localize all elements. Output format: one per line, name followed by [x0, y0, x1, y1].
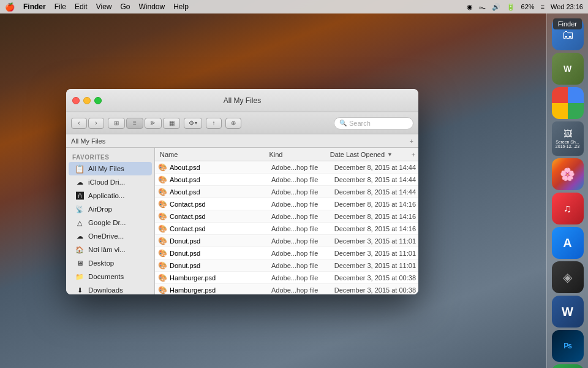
file-list-header: Name Kind Date Last Opened ▼ + [155, 148, 418, 161]
menu-go[interactable]: Go [121, 2, 130, 11]
dock-word[interactable]: W [552, 296, 584, 328]
table-row[interactable]: 🎨 Contact.psd Adobe...hop file December … [155, 198, 418, 210]
sidebar-item-onedrive[interactable]: ☁ OneDrive... [69, 229, 152, 243]
file-name: About.psd [170, 164, 200, 171]
table-row[interactable]: 🎨 Donut.psd Adobe...hop file December 3,… [155, 247, 418, 259]
dock-photos[interactable]: 🌸 [552, 158, 584, 190]
sidebar-item-downloads[interactable]: ⬇ Downloads [69, 283, 152, 294]
menu-view[interactable]: View [96, 2, 112, 11]
battery-pct: 62% [521, 3, 535, 10]
screenshot-label: Screen Sh...2016-12...23 [556, 140, 579, 148]
file-kind: Adobe...hop file [269, 250, 332, 257]
menu-help[interactable]: Help [173, 2, 189, 11]
table-row[interactable]: 🎨 Contact.psd Adobe...hop file December … [155, 210, 418, 223]
menu-edit[interactable]: Edit [75, 2, 88, 11]
col-kind-header[interactable]: Kind [266, 151, 327, 158]
file-kind: Adobe...hop file [269, 225, 332, 232]
table-row[interactable]: 🎨 Donut.psd Adobe...hop file December 3,… [155, 259, 418, 272]
table-row[interactable]: 🎨 About.psd Adobe...hop file December 8,… [155, 161, 418, 174]
google-drive-icon: △ [75, 218, 85, 228]
file-icon: 🎨 [157, 175, 167, 185]
file-date: December 3, 2015 at 11:01 [332, 262, 418, 269]
sidebar: Favorites 📋 All My Files ☁ iCloud Dri...… [66, 148, 155, 294]
file-kind: Adobe...hop file [269, 213, 332, 220]
col-date-header[interactable]: Date Last Opened ▼ [328, 151, 409, 158]
file-rows-container: 🎨 About.psd Adobe...hop file December 8,… [155, 161, 418, 294]
file-name: Donut.psd [170, 237, 200, 245]
sidebar-item-noi-lam-viec[interactable]: 🏠 Nơi làm vi... [69, 243, 152, 256]
close-button[interactable] [72, 97, 80, 104]
volume-icon: 🔊 [492, 3, 500, 11]
column-view-btn[interactable]: ⫸ [145, 118, 162, 129]
table-row[interactable]: 🎨 About.psd Adobe...hop file December 8,… [155, 174, 418, 186]
table-row[interactable]: 🎨 Contact.psd Adobe...hop file December … [155, 223, 418, 235]
apple-menu[interactable]: 🍎 [5, 2, 15, 12]
sidebar-item-airdrop[interactable]: 📡 AirDrop [69, 202, 152, 216]
table-row[interactable]: 🎨 Donut.psd Adobe...hop file December 3,… [155, 235, 418, 247]
file-date: December 3, 2015 at 11:01 [332, 237, 418, 245]
dock: 🗂 W 🖼 Screen Sh...2016-12...23 🌸 ♫ A ◈ W [546, 13, 588, 368]
airdrop-icon: 📡 [75, 204, 85, 214]
file-icon: 🎨 [157, 285, 167, 295]
table-row[interactable]: 🎨 About.psd Adobe...hop file December 8,… [155, 186, 418, 198]
menu-finder[interactable]: Finder [23, 2, 46, 11]
menu-window[interactable]: Window [139, 2, 165, 11]
col-plus-btn[interactable]: + [409, 151, 418, 158]
sidebar-item-google-drive[interactable]: △ Google Dr... [69, 216, 152, 229]
file-icon: 🎨 [157, 236, 167, 246]
sidebar-item-icloud-drive[interactable]: ☁ iCloud Dri... [69, 175, 152, 189]
dock-music[interactable]: ♫ [552, 193, 584, 224]
file-date: December 8, 2015 at 14:44 [332, 188, 418, 196]
search-box[interactable]: 🔍 Search [334, 117, 413, 129]
file-kind: Adobe...hop file [269, 164, 332, 171]
file-icon: 🎨 [157, 212, 167, 221]
minimize-button[interactable] [83, 97, 91, 104]
list-view-btn[interactable]: ≡ [126, 118, 143, 129]
desktop-icon: 🖥 [75, 258, 85, 268]
dock-photoshop[interactable]: Ps [552, 330, 584, 362]
add-btn[interactable]: + [410, 137, 413, 145]
table-row[interactable]: 🎨 Hamburger.psd Adobe...hop file Decembe… [155, 272, 418, 284]
file-kind: Adobe...hop file [269, 201, 332, 208]
file-name: Hamburger.psd [170, 274, 216, 282]
desktop: 🍎 Finder File Edit View Go Window Help ◉… [0, 0, 588, 368]
dock-dark1[interactable]: ◈ [552, 261, 584, 293]
sidebar-item-documents[interactable]: 📁 Documents [69, 270, 152, 283]
file-kind: Adobe...hop file [269, 262, 332, 269]
dock-green[interactable]: ◈ [552, 364, 584, 368]
favorites-label: Favorites [66, 151, 154, 162]
sidebar-item-all-my-files[interactable]: 📋 All My Files [69, 162, 152, 175]
file-kind: Adobe...hop file [269, 286, 332, 294]
datetime: Wed 23:16 [551, 3, 583, 10]
kind-col-label: Kind [269, 151, 282, 158]
toolbar: ‹ › ⊞ ≡ ⫸ ▦ ⚙▾ ↑ ⊕ 🔍 Search [66, 112, 418, 134]
menu-file[interactable]: File [55, 2, 66, 11]
maximize-button[interactable] [94, 97, 102, 104]
file-date: December 3, 2015 at 00:38 [332, 286, 418, 294]
forward-button[interactable]: › [88, 118, 104, 129]
menubar-right: ◉ ⌳ 🔊 🔋 62% ≡ Wed 23:16 [467, 3, 583, 11]
share-btn[interactable]: ↑ [206, 118, 222, 129]
action-btn[interactable]: ⊕ [225, 118, 241, 129]
dock-wing[interactable]: W [552, 53, 584, 85]
sidebar-label-all-my-files: All My Files [88, 165, 124, 172]
view-options-btn[interactable]: ⚙▾ [184, 118, 202, 129]
file-kind: Adobe...hop file [269, 188, 332, 196]
name-col-label: Name [160, 151, 178, 158]
col-name-header[interactable]: Name [155, 151, 266, 158]
table-row[interactable]: 🎨 Hamburger.psd Adobe...hop file Decembe… [155, 284, 418, 294]
onedrive-icon: ☁ [75, 231, 85, 241]
sidebar-item-desktop[interactable]: 🖥 Desktop [69, 256, 152, 270]
documents-icon: 📁 [75, 272, 85, 282]
dock-chrome[interactable] [552, 87, 584, 119]
sidebar-label-applications: Applicatio... [88, 192, 124, 199]
dock-appstore[interactable]: A [552, 227, 584, 259]
dock-screenshot[interactable]: 🖼 Screen Sh...2016-12...23 [552, 121, 584, 156]
back-button[interactable]: ‹ [71, 118, 87, 129]
sidebar-item-applications[interactable]: 🅰 Applicatio... [69, 189, 152, 202]
sidebar-label-desktop: Desktop [88, 259, 114, 267]
file-name: Hamburger.psd [170, 286, 216, 294]
cover-flow-btn[interactable]: ▦ [163, 118, 180, 129]
file-date: December 3, 2015 at 11:01 [332, 250, 418, 257]
icon-view-btn[interactable]: ⊞ [108, 118, 125, 129]
